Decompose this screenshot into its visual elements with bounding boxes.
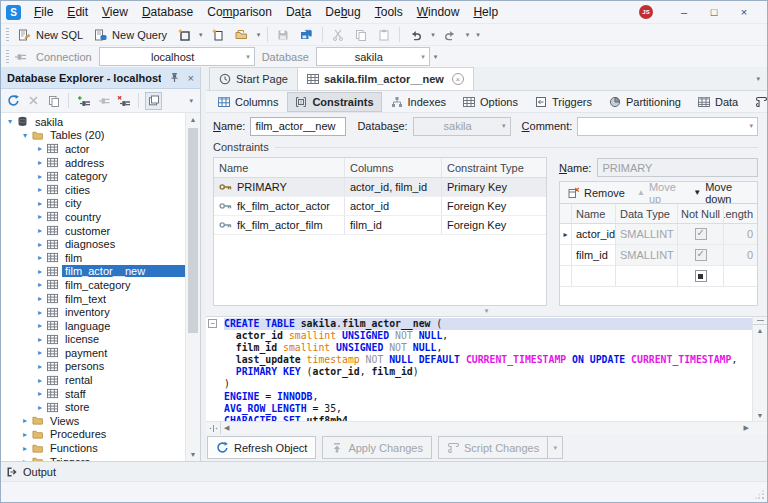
new-window-dropdown-icon[interactable]: ▾	[196, 31, 206, 39]
new-sql-button[interactable]: New SQL	[13, 25, 88, 45]
tree-item-address[interactable]: ▸address	[1, 156, 185, 170]
tab-constraints[interactable]: Constraints	[287, 92, 381, 112]
column-header-not-null[interactable]: Not Null	[678, 204, 724, 223]
menu-window[interactable]: Window	[410, 3, 467, 21]
key-column-row[interactable]: ▸actor_idSMALLINT✓0	[560, 224, 757, 245]
editor-split-handle[interactable]	[753, 317, 767, 325]
column-header-constraint-type[interactable]: Constraint Type	[442, 158, 546, 177]
twisty-closed-icon[interactable]: ▸	[34, 199, 46, 208]
constraint-row-fk-film-actor-actor[interactable]: fk_film_actor_actoractor_idForeign Key	[214, 197, 546, 216]
tree-item-film[interactable]: ▸film	[1, 251, 185, 265]
tab-sakila-film-actor-new[interactable]: sakila.film_actor__new×	[297, 67, 474, 90]
tree-item-sakila[interactable]: ▾sakila	[1, 115, 185, 129]
not-null-checkbox[interactable]: ✓	[695, 249, 707, 261]
tree-scrollbar-thumb[interactable]	[188, 128, 198, 333]
connection-select[interactable]: localhost ▾	[99, 47, 255, 66]
twisty-open-icon[interactable]: ▾	[4, 117, 16, 126]
explorer-close-icon[interactable]: ×	[188, 72, 194, 84]
scroll-down-icon[interactable]: ▼	[190, 451, 197, 458]
move-up-button[interactable]: ▲ Move up	[632, 184, 686, 202]
twisty-closed-icon[interactable]: ▸	[34, 185, 46, 194]
twisty-closed-icon[interactable]: ▸	[19, 430, 31, 439]
menu-data[interactable]: Data	[279, 3, 318, 21]
output-bar[interactable]: Output	[1, 461, 767, 481]
new-query-button[interactable]: New Query	[89, 25, 172, 45]
save-all-button[interactable]	[295, 25, 318, 45]
menu-edit[interactable]: Edit	[60, 3, 95, 21]
twisty-closed-icon[interactable]: ▸	[34, 389, 46, 398]
scroll-up-icon[interactable]: ▲	[190, 116, 197, 123]
twisty-closed-icon[interactable]: ▸	[34, 376, 46, 385]
save-button[interactable]	[272, 25, 294, 45]
twisty-closed-icon[interactable]: ▸	[34, 362, 46, 371]
tab-data[interactable]: Data	[690, 92, 746, 112]
twisty-closed-icon[interactable]: ▸	[34, 172, 46, 181]
sql-vertical-scrollbar[interactable]: ▲ ▼	[752, 317, 767, 421]
undo-dropdown-icon[interactable]: ▾	[428, 31, 438, 39]
redo-button[interactable]	[439, 25, 462, 45]
tab-partitioning[interactable]: Partitioning	[601, 92, 689, 112]
twisty-closed-icon[interactable]: ▸	[34, 348, 46, 357]
apply-changes-button[interactable]: Apply Changes	[322, 436, 432, 459]
sql-line[interactable]: actor_id smallint UNSIGNED NOT NULL,	[224, 330, 752, 342]
undo-button[interactable]	[404, 25, 427, 45]
maximize-button-icon[interactable]: □	[699, 6, 729, 18]
twisty-closed-icon[interactable]: ▸	[34, 253, 46, 262]
scroll-up-icon[interactable]: ▲	[757, 327, 764, 334]
sql-code[interactable]: CREATE TABLE sakila.film_actor__new ( ac…	[219, 317, 752, 421]
tab-indexes[interactable]: Indexes	[383, 92, 455, 112]
editor-vsplit-handle[interactable]	[206, 422, 221, 434]
move-down-button[interactable]: ▼ Move down	[688, 184, 754, 202]
connect-icon[interactable]	[95, 92, 112, 110]
menu-help[interactable]: Help	[466, 3, 505, 21]
column-header-data-type[interactable]: Data Type	[616, 204, 678, 223]
sql-line[interactable]: ENGINE = INNODB,	[224, 391, 752, 403]
tree-item-customer[interactable]: ▸customer	[1, 224, 185, 238]
explorer-toolbar-overflow-icon[interactable]: ▾	[186, 97, 196, 105]
not-null-checkbox[interactable]	[695, 270, 707, 282]
tree-item-language[interactable]: ▸language	[1, 319, 185, 333]
tree-item-inventory[interactable]: ▸inventory	[1, 305, 185, 319]
open-file-dropdown-icon[interactable]: ▾	[254, 31, 264, 39]
script-changes-dropdown-icon[interactable]: ▾	[548, 436, 563, 459]
tab-list-dropdown-icon[interactable]: ▾	[756, 75, 760, 83]
refresh-object-button[interactable]: Refresh Object	[207, 436, 316, 459]
constraint-name-input[interactable]	[597, 158, 758, 177]
tab-columns[interactable]: Columns	[210, 92, 286, 112]
twisty-closed-icon[interactable]: ▸	[19, 416, 31, 425]
constraint-row-primary[interactable]: PRIMARYactor_id, film_idPrimary Key	[214, 178, 546, 197]
tree-item-category[interactable]: ▸category	[1, 169, 185, 183]
new-document-button[interactable]	[207, 25, 229, 45]
column-header-key-length[interactable]: Key Length	[724, 204, 757, 223]
column-header-name[interactable]: Name	[214, 158, 345, 177]
sql-line[interactable]: last_update timestamp NOT NULL DEFAULT C…	[224, 354, 752, 366]
remove-column-button[interactable]: Remove	[563, 184, 630, 202]
key-column-row[interactable]	[560, 266, 757, 287]
tree-item-diagnoses[interactable]: ▸diagnoses	[1, 237, 185, 251]
tree-scrollbar[interactable]: ▲ ▼	[185, 113, 200, 461]
table-database-select[interactable]: sakila ▾	[413, 117, 511, 136]
open-file-button[interactable]	[230, 25, 253, 45]
menu-comparison[interactable]: Comparison	[200, 3, 279, 21]
tree-item-actor[interactable]: ▸actor	[1, 142, 185, 156]
twisty-closed-icon[interactable]: ▸	[34, 294, 46, 303]
tree-item-film-category[interactable]: ▸film_category	[1, 278, 185, 292]
tree-item-license[interactable]: ▸license	[1, 333, 185, 347]
column-header-name[interactable]: Name	[572, 204, 616, 223]
show-properties-icon[interactable]	[145, 92, 162, 110]
pin-icon[interactable]	[169, 72, 180, 83]
menu-file[interactable]: File	[27, 3, 60, 21]
twisty-closed-icon[interactable]: ▸	[34, 403, 46, 412]
twisty-closed-icon[interactable]: ▸	[34, 212, 46, 221]
refresh-icon[interactable]	[5, 92, 22, 110]
cut-button[interactable]	[327, 25, 349, 45]
tree-item-views[interactable]: ▸Views	[1, 414, 185, 428]
menu-database[interactable]: Database	[135, 3, 200, 21]
tree-item-functions[interactable]: ▸Functions	[1, 441, 185, 455]
twisty-closed-icon[interactable]: ▸	[34, 280, 46, 289]
scroll-down-icon[interactable]: ▼	[757, 412, 764, 419]
close-tab-icon[interactable]: ×	[452, 73, 464, 85]
scroll-right-icon[interactable]: ▶	[741, 424, 752, 432]
duplicate-object-icon[interactable]	[45, 92, 62, 110]
tab-options[interactable]: Options	[455, 92, 526, 112]
